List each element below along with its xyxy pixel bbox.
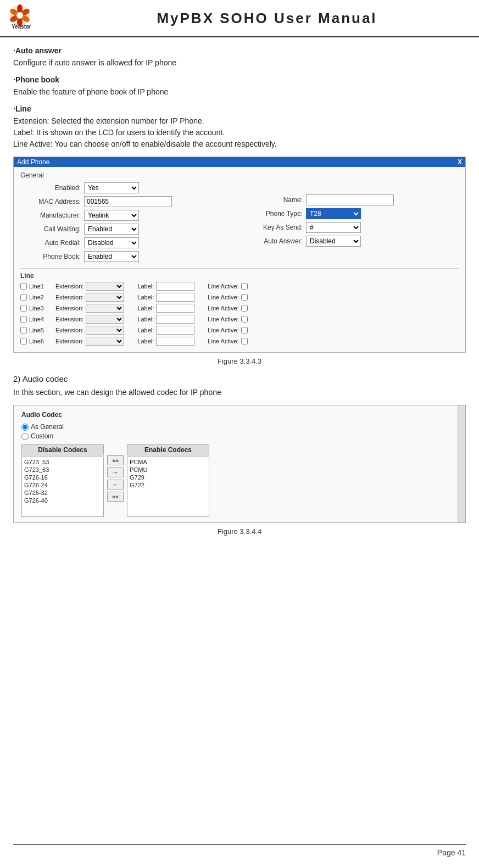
name-label: Name: <box>242 196 303 204</box>
auto-answer-section: ·Auto answer Configure if auto answer is… <box>13 46 466 69</box>
line-active-label-2: Line Active: <box>208 294 238 301</box>
line-label-input-4[interactable] <box>156 315 194 324</box>
enable-codecs-list[interactable]: PCMAPCMUG729G722 <box>127 457 209 517</box>
disable-codec-item[interactable]: G723_53 <box>24 458 101 466</box>
line-label-input-2[interactable] <box>156 293 194 302</box>
line-active-label-1: Line Active: <box>208 283 238 290</box>
page-content: ·Auto answer Configure if auto answer is… <box>0 37 479 553</box>
enable-codecs-header: Enable Codecs <box>127 444 209 455</box>
phone-type-select[interactable]: T28 <box>306 208 361 219</box>
line-checkbox-5[interactable] <box>20 327 27 333</box>
line-checkbox-2[interactable] <box>20 294 27 301</box>
enable-codec-item[interactable]: G729 <box>130 474 207 481</box>
name-input[interactable] <box>306 194 394 205</box>
enabled-select[interactable]: Yes <box>84 182 139 193</box>
line-ext-label-1: Extension: <box>55 283 83 290</box>
audio-codec-text: In this section, we can design the allow… <box>13 387 466 398</box>
line-name-1: Line1 <box>29 283 51 290</box>
disable-codec-item[interactable]: G726-24 <box>24 481 101 489</box>
phone-book-select[interactable]: Enabled <box>84 251 139 262</box>
disable-codec-item[interactable]: G726-32 <box>24 489 101 497</box>
dialog-titlebar: Add Phone X <box>14 157 465 167</box>
figure1-caption: Figure 3.3.4.3 <box>13 357 466 365</box>
line-ext-select-5[interactable] <box>86 326 124 335</box>
line-active-cb-2[interactable] <box>241 294 248 301</box>
line-active-label-6: Line Active: <box>208 338 238 344</box>
line-label-input-3[interactable] <box>156 304 194 313</box>
manufacturer-row: Manufacturer: Yealink <box>20 210 237 221</box>
line-checkbox-3[interactable] <box>20 305 27 311</box>
line-name-5: Line5 <box>29 327 51 333</box>
auto-redial-select[interactable]: Disabled <box>84 237 139 248</box>
line-ext-select-1[interactable] <box>86 282 124 291</box>
auto-answer-select[interactable]: Disabled <box>306 236 361 247</box>
disable-codec-item[interactable]: G723_63 <box>24 466 101 474</box>
disable-codecs-header: Disable Codecs <box>21 444 104 455</box>
line-ext-label-6: Extension: <box>55 338 83 344</box>
line-active-cb-5[interactable] <box>241 327 248 333</box>
line-label-input-6[interactable] <box>156 337 194 346</box>
scrollbar[interactable] <box>458 405 465 522</box>
enable-codec-item[interactable]: PCMA <box>130 458 207 466</box>
remove-one-button[interactable]: ← <box>107 480 124 489</box>
mac-input[interactable] <box>84 196 172 207</box>
line-label-input-1[interactable] <box>156 282 194 291</box>
line-active-cb-4[interactable] <box>241 316 248 322</box>
auto-answer-row: Auto Answer: Disabled <box>242 236 459 247</box>
line-row: Line5 Extension: Label: Line Active: <box>20 326 459 335</box>
form-columns: Enabled: Yes MAC Address: Manufacturer: <box>20 182 459 265</box>
line-ext-label-2: Extension: <box>55 294 83 301</box>
close-button[interactable]: X <box>458 158 462 166</box>
page-header: Yeastar MyPBX SOHO User Manual <box>0 0 479 37</box>
key-as-send-select[interactable]: # <box>306 222 361 233</box>
line-label-label-3: Label: <box>137 305 154 311</box>
svg-point-1 <box>17 4 23 13</box>
line-row: Line2 Extension: Label: Line Active: <box>20 293 459 302</box>
add-all-button[interactable]: »» <box>107 455 124 465</box>
auto-redial-row: Auto Redial: Disabled <box>20 237 237 248</box>
auto-answer-field-label: Auto Answer: <box>242 237 303 245</box>
line-checkbox-4[interactable] <box>20 316 27 322</box>
mac-row: MAC Address: <box>20 196 237 207</box>
line-text-1: Extension: Selected the extension number… <box>13 115 466 127</box>
line-text: Extension: Selected the extension number… <box>13 115 466 150</box>
page-title: MyPBX SOHO User Manual <box>64 10 470 27</box>
line-active-cb-3[interactable] <box>241 305 248 311</box>
line-active-cb-6[interactable] <box>241 338 248 344</box>
codec-action-buttons: »» → ← «« <box>107 444 124 502</box>
svg-text:Yeastar: Yeastar <box>12 24 31 30</box>
line-ext-select-3[interactable] <box>86 304 124 313</box>
call-waiting-label: Call Waiting: <box>20 225 81 233</box>
enable-codec-item[interactable]: G722 <box>130 481 207 489</box>
disable-codecs-list[interactable]: G723_53G723_63G726-16G726-24G726-32G726-… <box>21 457 104 517</box>
line-text-2: Label: It is shown on the LCD for users … <box>13 127 466 138</box>
audio-codec-number: 2) Audio codec <box>13 374 466 383</box>
call-waiting-select[interactable]: Enabled <box>84 224 139 235</box>
remove-all-button[interactable]: «« <box>107 492 124 502</box>
line-ext-select-6[interactable] <box>86 337 124 346</box>
line-checkbox-1[interactable] <box>20 283 27 290</box>
line-text-3: Line Active: You can choose on/off to en… <box>13 138 466 150</box>
line-ext-select-4[interactable] <box>86 315 124 324</box>
line-checkbox-6[interactable] <box>20 338 27 344</box>
disable-codec-item[interactable]: G726-40 <box>24 497 101 504</box>
radio-custom[interactable] <box>21 433 29 440</box>
line-label-input-5[interactable] <box>156 326 194 335</box>
line-active-label-5: Line Active: <box>208 327 238 333</box>
radio-custom-label: Custom <box>31 432 53 440</box>
line-name-3: Line3 <box>29 305 51 311</box>
manufacturer-select[interactable]: Yealink <box>84 210 139 221</box>
enable-codec-item[interactable]: PCMU <box>130 466 207 474</box>
key-as-send-label: Key As Send: <box>242 224 303 231</box>
disable-codec-item[interactable]: G726-16 <box>24 474 101 481</box>
phone-type-label: Phone Type: <box>242 210 303 218</box>
line-title: ·Line <box>13 104 466 113</box>
add-one-button[interactable]: → <box>107 468 124 477</box>
line-active-cb-1[interactable] <box>241 283 248 290</box>
phone-book-field-label: Phone Book: <box>20 253 81 260</box>
enabled-row: Enabled: Yes <box>20 182 237 193</box>
radio-as-general[interactable] <box>21 424 29 431</box>
enabled-label: Enabled: <box>20 184 81 192</box>
line-ext-select-2[interactable] <box>86 293 124 302</box>
line-ext-label-5: Extension: <box>55 327 83 333</box>
